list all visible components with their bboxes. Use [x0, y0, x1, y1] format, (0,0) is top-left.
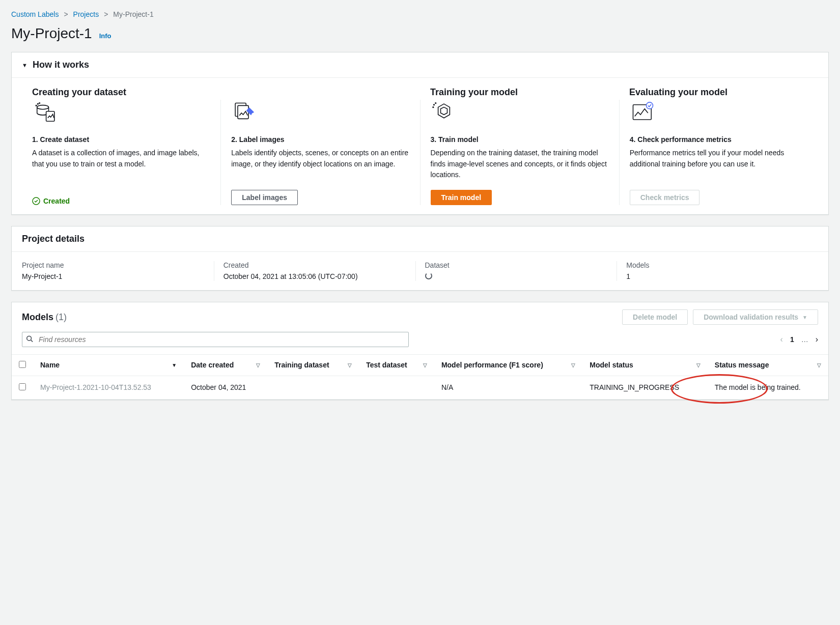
search-input[interactable] [22, 332, 409, 347]
project-details-panel: Project details Project name My-Project-… [11, 226, 829, 291]
sort-icon: ▽ [817, 362, 821, 368]
col-message-label: Status message [715, 361, 769, 369]
how-it-works-heading: How it works [33, 60, 89, 70]
collapse-caret-icon[interactable]: ▼ [22, 62, 27, 68]
svg-marker-8 [438, 104, 450, 118]
col-test-dataset[interactable]: Test dataset▽ [359, 355, 434, 376]
row-date-created: October 04, 2021 [184, 376, 267, 400]
pager: ‹ 1 … › [780, 335, 818, 344]
check-metrics-button: Check metrics [630, 190, 700, 205]
check-metrics-icon [630, 100, 808, 128]
row-performance: N/A [434, 376, 582, 400]
row-test-dataset [359, 376, 434, 400]
how-it-works-panel: ▼ How it works Creating your dataset Tra… [11, 52, 829, 215]
col-date-created[interactable]: Date created▽ [184, 355, 267, 376]
pager-next[interactable]: › [816, 335, 818, 344]
models-value: 1 [626, 272, 809, 280]
label-images-button[interactable]: Label images [231, 190, 298, 205]
row-checkbox[interactable] [19, 383, 26, 390]
svg-point-14 [646, 102, 653, 109]
svg-point-12 [433, 107, 434, 108]
hiw-section-title-1: Creating your dataset [32, 87, 211, 98]
svg-point-11 [435, 103, 436, 104]
col-message[interactable]: Status message▽ [708, 355, 828, 376]
hiw-step-title-2: 2. Label images [231, 135, 409, 144]
svg-point-15 [27, 336, 32, 340]
col-name[interactable]: Name▼ [33, 355, 184, 376]
pager-prev[interactable]: ‹ [780, 335, 783, 344]
hiw-desc-4: Performance metrics tell you if your mod… [630, 148, 808, 181]
download-validation-label: Download validation results [704, 313, 798, 321]
hiw-step-title-4: 4. Check performance metrics [630, 135, 808, 144]
models-table: Name▼ Date created▽ Training dataset▽ Te… [12, 354, 828, 400]
created-badge: Created [32, 197, 210, 205]
models-heading: Models [22, 312, 53, 322]
project-details-heading: Project details [22, 234, 85, 244]
sort-icon: ▽ [348, 362, 352, 368]
models-count: (1) [55, 312, 67, 322]
project-name-label: Project name [22, 261, 205, 269]
breadcrumb-projects[interactable]: Projects [73, 10, 99, 18]
svg-point-0 [37, 105, 49, 109]
hiw-desc-3: Depending on the training dataset, the t… [431, 148, 609, 181]
info-link[interactable]: Info [99, 32, 111, 40]
sort-icon: ▽ [571, 362, 575, 368]
col-status-label: Model status [590, 361, 633, 369]
pager-page-number: 1 [790, 335, 794, 344]
hiw-section-title-3: Training your model [430, 87, 609, 98]
svg-point-2 [38, 103, 39, 104]
select-all-checkbox[interactable] [19, 361, 26, 368]
label-images-icon [231, 100, 409, 128]
train-model-icon [431, 100, 609, 128]
pager-ellipsis: … [801, 335, 808, 344]
page-title: My-Project-1 [11, 25, 92, 42]
delete-model-button: Delete model [622, 309, 688, 325]
models-panel: Models (1) Delete model Download validat… [11, 302, 829, 400]
col-date-created-label: Date created [191, 361, 234, 369]
created-label: Created [43, 197, 70, 205]
col-test-dataset-label: Test dataset [366, 361, 407, 369]
sort-icon: ▽ [256, 362, 260, 368]
project-name-value: My-Project-1 [22, 272, 205, 280]
hiw-step-title-3: 3. Train model [431, 135, 609, 144]
models-label: Models [626, 261, 809, 269]
row-training-dataset [267, 376, 359, 400]
breadcrumb-current: My-Project-1 [113, 10, 153, 18]
col-training-dataset-label: Training dataset [274, 361, 329, 369]
breadcrumb: Custom Labels > Projects > My-Project-1 [11, 10, 829, 18]
search-icon [26, 335, 33, 344]
dataset-icon [32, 100, 210, 128]
sort-icon: ▽ [696, 362, 701, 368]
row-message: The model is being trained. [708, 376, 828, 400]
row-name[interactable]: My-Project-1.2021-10-04T13.52.53 [40, 383, 151, 391]
check-circle-icon [32, 197, 40, 205]
spinner-icon [425, 272, 432, 279]
svg-point-4 [39, 103, 40, 104]
download-validation-button: Download validation results ▼ [693, 309, 818, 325]
chevron-right-icon: > [64, 10, 68, 18]
dataset-label: Dataset [425, 261, 608, 269]
row-status: TRAINING_IN_PROGRESS [590, 383, 679, 391]
hiw-desc-2: Labels identify objects, scenes, or conc… [231, 148, 409, 181]
dataset-loading [425, 272, 608, 281]
sort-icon: ▽ [423, 362, 427, 368]
hiw-section-title-4: Evaluating your model [629, 87, 808, 98]
svg-point-3 [36, 105, 37, 106]
chevron-right-icon: > [104, 10, 108, 18]
sort-desc-icon: ▼ [172, 362, 177, 368]
col-performance-label: Model performance (F1 score) [441, 361, 543, 369]
col-training-dataset[interactable]: Training dataset▽ [267, 355, 359, 376]
chevron-down-icon: ▼ [802, 315, 807, 320]
created-value: October 04, 2021 at 13:05:06 (UTC-07:00) [223, 272, 406, 280]
breadcrumb-root[interactable]: Custom Labels [11, 10, 59, 18]
hiw-step-title-1: 1. Create dataset [32, 135, 210, 144]
train-model-button[interactable]: Train model [431, 190, 492, 205]
svg-point-10 [433, 104, 434, 105]
created-label: Created [223, 261, 406, 269]
col-status[interactable]: Model status▽ [582, 355, 708, 376]
svg-marker-9 [440, 107, 447, 115]
col-name-label: Name [40, 361, 60, 369]
hiw-desc-1: A dataset is a collection of images, and… [32, 148, 210, 188]
table-row[interactable]: My-Project-1.2021-10-04T13.52.53 October… [12, 376, 828, 400]
col-performance[interactable]: Model performance (F1 score)▽ [434, 355, 582, 376]
